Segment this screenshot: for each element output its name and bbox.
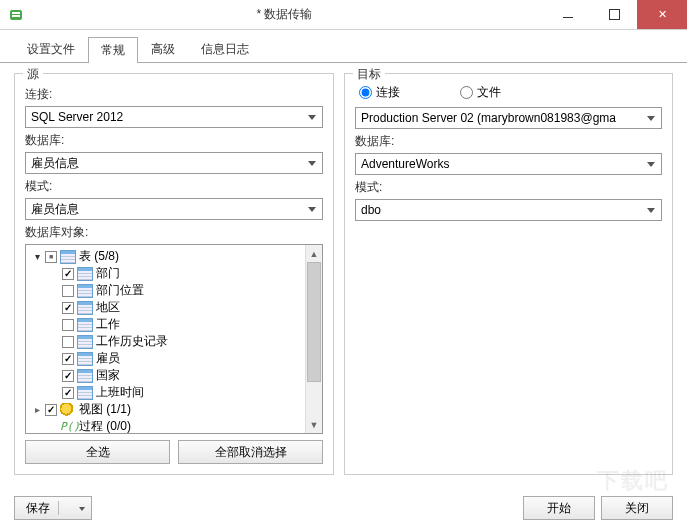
table-group-icon (60, 250, 76, 264)
tree-node-tables[interactable]: 表 (5/8) (28, 248, 303, 265)
source-connection-combo[interactable]: SQL Server 2012 (25, 106, 323, 128)
checkbox[interactable] (62, 319, 74, 331)
tree-node-table[interactable]: 地区 (28, 299, 303, 316)
checkbox[interactable] (62, 336, 74, 348)
footer: 保存 开始 关闭 (14, 496, 673, 520)
tree-scrollbar[interactable] (305, 245, 322, 433)
objects-tree: 表 (5/8) 部门 部门位置 地区 工作 工作历史记录 雇员 国家 上班时间 … (25, 244, 323, 434)
target-radio-connection[interactable]: 连接 (359, 84, 400, 101)
tree-node-table[interactable]: 部门 (28, 265, 303, 282)
tree-node-table[interactable]: 雇员 (28, 350, 303, 367)
scroll-down-icon[interactable] (306, 416, 322, 433)
window-title: * 数据传输 (24, 6, 545, 23)
expander-icon[interactable] (32, 404, 43, 415)
target-schema-label: 模式: (355, 179, 662, 196)
tab-bar: 设置文件 常规 高级 信息日志 (0, 30, 687, 63)
table-icon (77, 386, 93, 400)
scroll-thumb[interactable] (307, 262, 321, 382)
checkbox[interactable] (62, 370, 74, 382)
checkbox-views[interactable] (45, 404, 57, 416)
target-connection-combo[interactable]: Production Server 02 (marybrown081983@gm… (355, 107, 662, 129)
svg-rect-2 (12, 15, 20, 17)
tab-advanced[interactable]: 高级 (138, 36, 188, 62)
source-legend: 源 (23, 66, 43, 83)
deselect-all-button[interactable]: 全部取消选择 (178, 440, 323, 464)
target-database-label: 数据库: (355, 133, 662, 150)
table-icon (77, 284, 93, 298)
tree-node-views[interactable]: 视图 (1/1) (28, 401, 303, 418)
target-legend: 目标 (353, 66, 385, 83)
source-objects-label: 数据库对象: (25, 224, 323, 241)
tab-settings-file[interactable]: 设置文件 (14, 36, 88, 62)
tree-node-table[interactable]: 上班时间 (28, 384, 303, 401)
source-schema-combo[interactable]: 雇员信息 (25, 198, 323, 220)
tree-node-procs[interactable]: P() 过程 (0/0) (28, 418, 303, 433)
checkbox[interactable] (62, 285, 74, 297)
tree-node-table[interactable]: 工作历史记录 (28, 333, 303, 350)
table-icon (77, 301, 93, 315)
source-database-label: 数据库: (25, 132, 323, 149)
target-schema-combo[interactable]: dbo (355, 199, 662, 221)
start-button[interactable]: 开始 (523, 496, 595, 520)
maximize-button[interactable] (591, 0, 637, 29)
close-button[interactable]: 关闭 (601, 496, 673, 520)
tree-node-table[interactable]: 工作 (28, 316, 303, 333)
dropdown-divider (58, 501, 66, 515)
tree-node-table[interactable]: 国家 (28, 367, 303, 384)
app-icon (8, 7, 24, 23)
checkbox[interactable] (62, 268, 74, 280)
view-group-icon (60, 403, 76, 417)
tree-node-table[interactable]: 部门位置 (28, 282, 303, 299)
source-panel: 源 连接: SQL Server 2012 数据库: 雇员信息 模式: 雇员信息… (14, 73, 334, 475)
tab-log[interactable]: 信息日志 (188, 36, 262, 62)
target-radio-file[interactable]: 文件 (460, 84, 501, 101)
svg-rect-1 (12, 12, 20, 14)
checkbox[interactable] (62, 302, 74, 314)
checkbox[interactable] (62, 353, 74, 365)
proc-group-icon: P() (60, 420, 76, 434)
table-icon (77, 369, 93, 383)
select-all-button[interactable]: 全选 (25, 440, 170, 464)
save-button[interactable]: 保存 (14, 496, 92, 520)
tab-general[interactable]: 常规 (88, 37, 138, 63)
close-window-button[interactable] (637, 0, 687, 29)
titlebar: * 数据传输 (0, 0, 687, 30)
table-icon (77, 335, 93, 349)
radio-file-input[interactable] (460, 86, 473, 99)
minimize-button[interactable] (545, 0, 591, 29)
window-controls (545, 0, 687, 29)
checkbox[interactable] (62, 387, 74, 399)
checkbox-tables[interactable] (45, 251, 57, 263)
target-panel: 目标 连接 文件 Production Server 02 (marybrown… (344, 73, 673, 475)
table-icon (77, 352, 93, 366)
table-icon (77, 267, 93, 281)
expander-icon[interactable] (32, 251, 43, 262)
scroll-up-icon[interactable] (306, 245, 322, 262)
source-schema-label: 模式: (25, 178, 323, 195)
table-icon (77, 318, 93, 332)
source-database-combo[interactable]: 雇员信息 (25, 152, 323, 174)
radio-connection-input[interactable] (359, 86, 372, 99)
source-connection-label: 连接: (25, 86, 323, 103)
target-database-combo[interactable]: AdventureWorks (355, 153, 662, 175)
expander-spacer (32, 421, 43, 432)
